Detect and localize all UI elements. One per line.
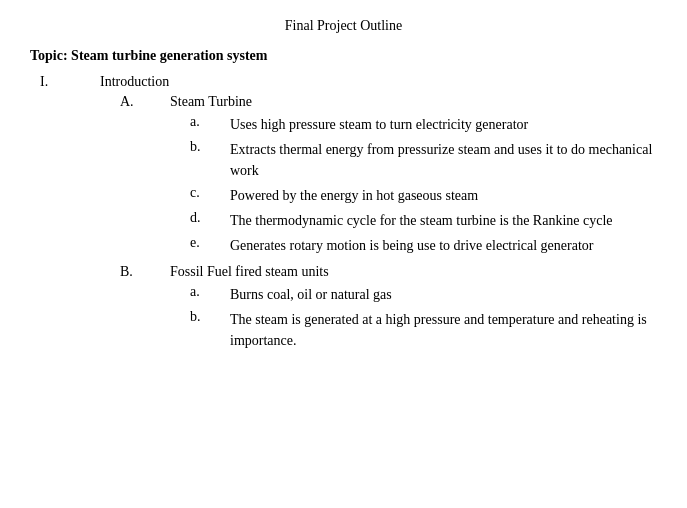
level3-marker-a2: b. [190, 139, 230, 155]
level3-item-a4: d. The thermodynamic cycle for the steam… [190, 210, 657, 231]
outline-body: I. Introduction A. Steam Turbine a. [30, 74, 657, 359]
level2-content-b: Fossil Fuel fired steam units a. Burns c… [170, 264, 657, 355]
level3-marker-a3: c. [190, 185, 230, 201]
level3-text-a4: The thermodynamic cycle for the steam tu… [230, 210, 657, 231]
level3-item-b2: b. The steam is generated at a high pres… [190, 309, 657, 351]
level3-text-a3: Powered by the energy in hot gaseous ste… [230, 185, 657, 206]
level3-text-b2: The steam is generated at a high pressur… [230, 309, 657, 351]
level1-content: Introduction A. Steam Turbine a. U [100, 74, 657, 359]
level3-text-b1: Burns coal, oil or natural gas [230, 284, 657, 305]
level3-item-a2: b. Extracts thermal energy from pressuri… [190, 139, 657, 181]
level3-item-b1: a. Burns coal, oil or natural gas [190, 284, 657, 305]
level1-label: Introduction [100, 74, 169, 89]
level2-marker-a: A. [120, 94, 170, 110]
level3-item-a3: c. Powered by the energy in hot gaseous … [190, 185, 657, 206]
level3-marker-b1: a. [190, 284, 230, 300]
level3-text-a1: Uses high pressure steam to turn electri… [230, 114, 657, 135]
level2-marker-b: B. [120, 264, 170, 280]
level3-marker-a4: d. [190, 210, 230, 226]
level2-items: A. Steam Turbine a. Uses high pressure s… [100, 94, 657, 355]
level3-items-a: a. Uses high pressure steam to turn elec… [170, 114, 657, 256]
level3-item-a1: a. Uses high pressure steam to turn elec… [190, 114, 657, 135]
level2-label-a: Steam Turbine [170, 94, 252, 109]
level3-marker-a1: a. [190, 114, 230, 130]
level3-marker-a5: e. [190, 235, 230, 251]
level3-marker-b2: b. [190, 309, 230, 325]
level3-text-a2: Extracts thermal energy from pressurize … [230, 139, 657, 181]
level3-items-b: a. Burns coal, oil or natural gas b. The… [170, 284, 657, 351]
topic-heading: Topic: Steam turbine generation system [30, 48, 657, 64]
level3-text-a5: Generates rotary motion is being use to … [230, 235, 657, 256]
level2-label-b: Fossil Fuel fired steam units [170, 264, 329, 279]
level3-item-a5: e. Generates rotary motion is being use … [190, 235, 657, 256]
level2-item-a: A. Steam Turbine a. Uses high pressure s… [120, 94, 657, 260]
level1-item: I. Introduction A. Steam Turbine a. [40, 74, 657, 359]
level2-item-b: B. Fossil Fuel fired steam units a. Burn… [120, 264, 657, 355]
document-title: Final Project Outline [30, 18, 657, 34]
level2-content-a: Steam Turbine a. Uses high pressure stea… [170, 94, 657, 260]
page: Final Project Outline Topic: Steam turbi… [0, 8, 687, 508]
level1-marker: I. [40, 74, 100, 90]
